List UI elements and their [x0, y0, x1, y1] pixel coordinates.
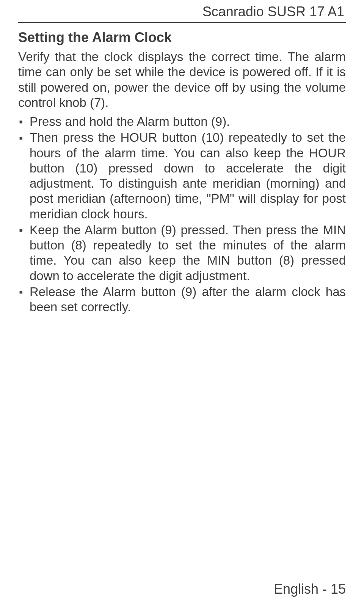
page-footer: English - 15: [274, 581, 346, 597]
bullet-marker-icon: ▪: [19, 285, 23, 299]
bullet-marker-icon: ▪: [19, 115, 23, 129]
list-item-text: Keep the Alarm button (9) pressed. Then …: [30, 223, 346, 283]
section-intro-text: Verify that the clock displays the corre…: [18, 49, 346, 110]
section-title: Setting the Alarm Clock: [18, 30, 346, 45]
header-divider: [18, 22, 346, 23]
footer-language: English: [274, 581, 318, 597]
bullet-marker-icon: ▪: [19, 131, 23, 145]
list-item: ▪ Release the Alarm button (9) after the…: [18, 284, 346, 315]
list-item: ▪ Press and hold the Alarm button (9).: [18, 114, 346, 129]
footer-page-number: 15: [331, 581, 346, 597]
list-item-text: Press and hold the Alarm button (9).: [30, 114, 230, 129]
bullet-marker-icon: ▪: [19, 223, 23, 237]
list-item: ▪ Then press the HOUR button (10) repeat…: [18, 130, 346, 222]
list-item-text: Then press the HOUR button (10) repeated…: [30, 130, 346, 221]
list-item: ▪ Keep the Alarm button (9) pressed. The…: [18, 223, 346, 284]
document-header-title: Scanradio SUSR 17 A1: [18, 4, 346, 20]
footer-separator: -: [318, 581, 331, 597]
list-item-text: Release the Alarm button (9) after the a…: [30, 285, 346, 314]
